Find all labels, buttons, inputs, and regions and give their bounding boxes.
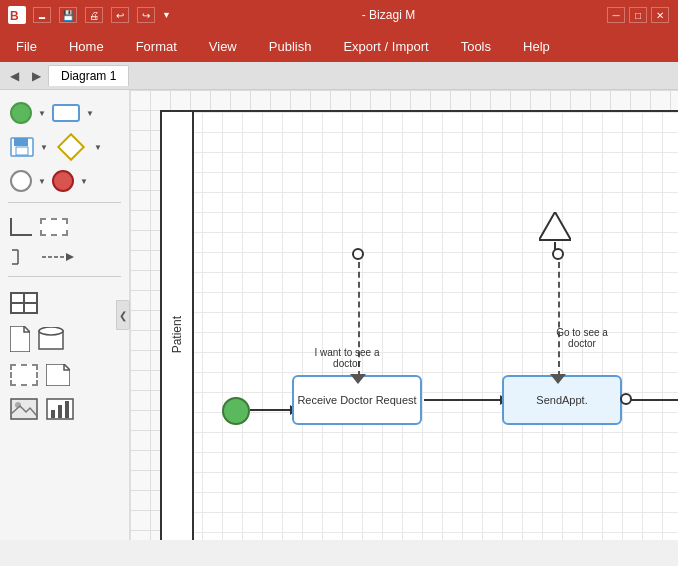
annotation-1: I want to see a doctor	[302, 347, 392, 369]
main-layout: ▼ ▼ ▼ ▼ ▼	[0, 90, 678, 540]
menu-file[interactable]: File	[0, 30, 53, 62]
separator-1	[8, 202, 121, 208]
chart-tool[interactable]	[44, 396, 76, 422]
svg-rect-3	[14, 138, 28, 146]
table-tool[interactable]	[8, 290, 40, 316]
swimlane-header: Patient	[162, 112, 194, 540]
start-dropdown[interactable]: ▼	[38, 109, 46, 118]
swimlane-label: Patient	[170, 316, 184, 353]
tab-label: Diagram 1	[61, 69, 116, 83]
note-tool[interactable]	[44, 362, 72, 388]
diamond-dropdown[interactable]: ▼	[94, 143, 102, 152]
title-bar-left: B 🗕 💾 🖨 ↩ ↪ ▼	[8, 6, 171, 24]
annotation-tool[interactable]	[8, 246, 36, 268]
tool-row-2: ▼ ▼	[4, 132, 125, 162]
title-bar: B 🗕 💾 🖨 ↩ ↪ ▼ - Bizagi M ─ □ ✕	[0, 0, 678, 30]
title-bar-title: - Bizagi M	[362, 8, 415, 22]
window-maximize-btn[interactable]: □	[629, 7, 647, 23]
menu-export-import[interactable]: Export / Import	[327, 30, 444, 62]
tool-row-5	[4, 244, 125, 270]
title-bar-controls: ─ □ ✕	[606, 7, 670, 23]
int-dropdown[interactable]: ▼	[38, 177, 46, 186]
svg-marker-13	[46, 364, 70, 386]
annotation-2-text: Go to see a doctor	[556, 327, 608, 349]
menu-bar: File Home Format View Publish Export / I…	[0, 30, 678, 62]
print-quick-btn[interactable]: 🖨	[85, 7, 103, 23]
message-flow-tool[interactable]	[40, 249, 76, 265]
undo-quick-btn[interactable]: ↩	[111, 7, 129, 23]
arrow-send-out	[624, 399, 678, 401]
svg-marker-9	[66, 253, 74, 261]
svg-text:B: B	[10, 9, 19, 23]
quick-dropdown[interactable]: ▼	[162, 10, 171, 20]
end-event-tool[interactable]	[50, 168, 76, 194]
menu-help[interactable]: Help	[507, 30, 566, 62]
tool-row-8	[4, 360, 125, 390]
tool-row-9	[4, 394, 125, 424]
gateway-triangle	[539, 212, 571, 242]
annotation-1-text: I want to see a doctor	[314, 347, 379, 369]
minimize-btn[interactable]: 🗕	[33, 7, 51, 23]
save-dropdown[interactable]: ▼	[40, 143, 48, 152]
tab-back-btn[interactable]: ◀	[4, 66, 24, 86]
separator-2	[8, 276, 121, 282]
svg-marker-10	[10, 326, 30, 352]
svg-rect-18	[58, 405, 62, 418]
open-circle-1	[352, 248, 364, 260]
tool-row-1: ▼ ▼	[4, 98, 125, 128]
app-name: - Bizagi M	[362, 8, 415, 22]
swimlane: Patient Receive Doctor Request SendAppt.	[160, 110, 678, 540]
arrow-start-receive	[250, 409, 292, 411]
connector-tool[interactable]	[8, 216, 34, 238]
save-quick-btn[interactable]: 💾	[59, 7, 77, 23]
tab-diagram1[interactable]: Diagram 1	[48, 65, 129, 86]
menu-publish[interactable]: Publish	[253, 30, 328, 62]
left-toolbar: ▼ ▼ ▼ ▼ ▼	[0, 90, 130, 540]
tab-forward-btn[interactable]: ▶	[26, 66, 46, 86]
menu-tools[interactable]: Tools	[445, 30, 507, 62]
canvas-area[interactable]: Patient Receive Doctor Request SendAppt.	[130, 90, 678, 540]
intermediate-tool[interactable]	[8, 168, 34, 194]
app-icon: B	[8, 6, 26, 24]
tool-row-7	[4, 322, 125, 356]
tool-row-3: ▼ ▼	[4, 166, 125, 196]
send-box-label: SendAppt.	[536, 394, 587, 406]
svg-point-12	[39, 327, 63, 335]
arrow-triangle-down	[554, 242, 556, 250]
document-tool[interactable]	[8, 324, 32, 354]
svg-marker-20	[539, 212, 571, 240]
menu-format[interactable]: Format	[120, 30, 193, 62]
pool-tool[interactable]	[8, 362, 40, 388]
svg-rect-4	[16, 147, 28, 155]
menu-view[interactable]: View	[193, 30, 253, 62]
start-event-tool[interactable]	[8, 100, 34, 126]
tab-bar: ◀ ▶ Diagram 1	[0, 62, 678, 90]
menu-home[interactable]: Home	[53, 30, 120, 62]
window-close-btn[interactable]: ✕	[651, 7, 669, 23]
tool-row-4	[4, 214, 125, 240]
start-event[interactable]	[222, 397, 250, 425]
vdash-send	[558, 252, 560, 377]
end-dropdown[interactable]: ▼	[80, 177, 88, 186]
toolbar-collapse-btn[interactable]: ❮	[116, 300, 130, 330]
subprocess-tool[interactable]	[38, 216, 70, 238]
svg-rect-19	[65, 401, 69, 418]
tool-row-6	[4, 288, 125, 318]
cylinder-tool[interactable]	[36, 325, 66, 353]
dashed-arrow-head-2	[550, 374, 566, 384]
annotation-2: Go to see a doctor	[542, 327, 622, 349]
open-circle-3	[620, 393, 632, 405]
svg-rect-17	[51, 410, 55, 418]
diamond-tool[interactable]	[52, 134, 90, 160]
window-minimize-btn[interactable]: ─	[607, 7, 625, 23]
task-rect-tool[interactable]	[50, 102, 82, 124]
dashed-arrow-head-1	[350, 374, 366, 384]
save-tool[interactable]	[8, 135, 36, 159]
redo-quick-btn[interactable]: ↪	[137, 7, 155, 23]
arrow-receive-send	[424, 399, 502, 401]
receive-box-label: Receive Doctor Request	[297, 394, 416, 406]
image-tool[interactable]	[8, 396, 40, 422]
task-dropdown[interactable]: ▼	[86, 109, 94, 118]
